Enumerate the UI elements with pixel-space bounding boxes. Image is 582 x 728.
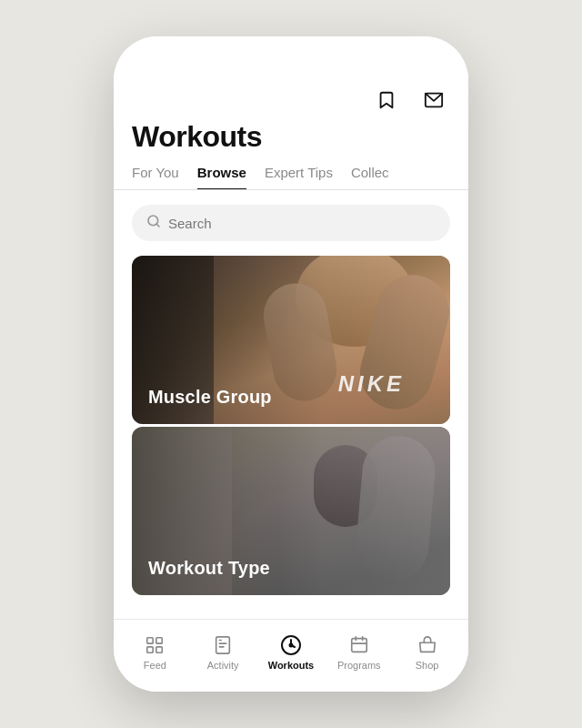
programs-label: Programs	[337, 660, 381, 671]
nike-logo: NIKE	[338, 371, 405, 397]
mail-button[interactable]	[417, 84, 450, 116]
top-icons	[114, 76, 468, 116]
shop-label: Shop	[416, 660, 439, 671]
muscle-group-card[interactable]: NIKE Muscle Group	[132, 256, 450, 424]
bookmark-button[interactable]	[370, 84, 403, 116]
svg-line-2	[156, 224, 159, 227]
search-icon	[146, 214, 161, 232]
tab-expert-tips[interactable]: Expert Tips	[265, 165, 333, 189]
programs-icon	[348, 634, 370, 656]
activity-label: Activity	[207, 660, 239, 671]
page-title: Workouts	[114, 116, 468, 165]
search-input[interactable]	[168, 216, 436, 231]
workout-type-label: Workout Type	[148, 558, 270, 579]
svg-point-11	[289, 643, 292, 646]
bottom-nav: Feed Activity	[114, 619, 468, 692]
svg-rect-3	[147, 637, 153, 642]
shop-icon	[416, 634, 438, 656]
search-bar[interactable]	[132, 205, 450, 241]
svg-rect-7	[216, 636, 230, 652]
cards-container: NIKE Muscle Group Workout Type	[114, 252, 468, 619]
nav-workouts[interactable]: Workouts	[257, 627, 326, 678]
svg-rect-4	[156, 637, 162, 642]
app-content: Workouts For You Browse Expert Tips Coll…	[114, 76, 468, 692]
workouts-label: Workouts	[268, 660, 315, 671]
nav-feed[interactable]: Feed	[121, 627, 189, 678]
tab-browse[interactable]: Browse	[197, 165, 246, 189]
phone-shell: Workouts For You Browse Expert Tips Coll…	[114, 36, 468, 692]
svg-rect-12	[352, 638, 367, 652]
nav-programs[interactable]: Programs	[325, 627, 393, 678]
feed-label: Feed	[144, 660, 166, 671]
nav-activity[interactable]: Activity	[189, 627, 257, 678]
muscle-group-label: Muscle Group	[148, 387, 272, 408]
workout-type-card[interactable]: Workout Type	[132, 427, 450, 595]
tabs-row: For You Browse Expert Tips Collec	[114, 165, 468, 190]
nav-shop[interactable]: Shop	[393, 627, 461, 678]
tab-collections[interactable]: Collec	[351, 165, 389, 189]
svg-rect-5	[147, 646, 153, 652]
workouts-icon	[280, 634, 302, 656]
activity-icon	[212, 634, 234, 656]
tab-for-you[interactable]: For You	[132, 165, 179, 189]
svg-rect-6	[156, 646, 162, 652]
feed-icon	[144, 634, 166, 656]
status-bar	[114, 36, 468, 76]
